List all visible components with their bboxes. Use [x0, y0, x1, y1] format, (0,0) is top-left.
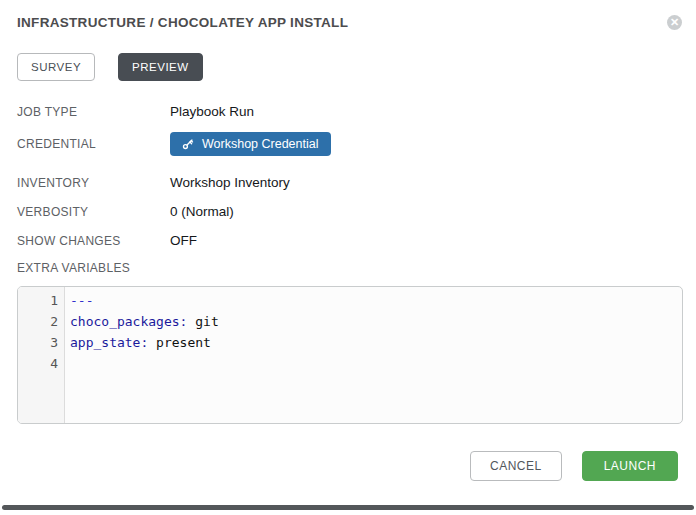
show-changes-label: SHOW CHANGES [17, 234, 170, 248]
inventory-label: INVENTORY [17, 176, 170, 190]
yaml-key: choco_packages: [70, 314, 187, 329]
credential-label: CREDENTIAL [17, 137, 170, 151]
yaml-key: app_state: [70, 335, 148, 350]
verbosity-value: 0 (Normal) [170, 204, 234, 219]
editor-code-area[interactable]: --- choco_packages: git app_state: prese… [65, 287, 682, 423]
cancel-button[interactable]: CANCEL [470, 451, 562, 481]
detail-row-show-changes: SHOW CHANGES OFF [17, 232, 681, 249]
yaml-value: git [187, 314, 218, 329]
code-line-1: --- [70, 290, 682, 311]
detail-row-job-type: JOB TYPE Playbook Run [17, 103, 681, 120]
close-icon[interactable]: ✕ [667, 15, 682, 30]
credential-badge[interactable]: Workshop Credential [170, 132, 331, 156]
line-number: 3 [18, 332, 64, 353]
extra-variables-label: EXTRA VARIABLES [17, 261, 681, 278]
code-line-2: choco_packages: git [70, 311, 682, 332]
detail-row-verbosity: VERBOSITY 0 (Normal) [17, 203, 681, 220]
tab-preview[interactable]: PREVIEW [118, 53, 203, 81]
show-changes-value: OFF [170, 233, 197, 248]
job-type-value: Playbook Run [170, 104, 254, 119]
line-number: 4 [18, 353, 64, 374]
credential-badge-label: Workshop Credential [202, 137, 319, 151]
code-line-3: app_state: present [70, 332, 682, 353]
job-details: JOB TYPE Playbook Run CREDENTIAL Wor [17, 103, 681, 249]
dialog-header: INFRASTRUCTURE / CHOCOLATEY APP INSTALL … [17, 14, 681, 31]
dialog-footer: CANCEL LAUNCH [17, 451, 681, 481]
launch-button[interactable]: LAUNCH [582, 451, 678, 481]
job-type-label: JOB TYPE [17, 105, 170, 119]
yaml-value: present [148, 335, 211, 350]
dialog-title: INFRASTRUCTURE / CHOCOLATEY APP INSTALL [17, 14, 681, 31]
inventory-value: Workshop Inventory [170, 175, 290, 190]
code-line-4 [70, 353, 682, 374]
job-launch-preview-dialog: INFRASTRUCTURE / CHOCOLATEY APP INSTALL … [0, 0, 696, 515]
editor-gutter: 1 2 3 4 [18, 287, 65, 423]
line-number: 1 [18, 290, 64, 311]
key-icon [182, 138, 194, 150]
detail-row-credential: CREDENTIAL Workshop Credential [17, 132, 681, 156]
verbosity-label: VERBOSITY [17, 205, 170, 219]
detail-row-inventory: INVENTORY Workshop Inventory [17, 174, 681, 191]
tab-bar: SURVEY PREVIEW [17, 53, 681, 81]
tab-survey[interactable]: SURVEY [17, 53, 95, 81]
extra-variables-editor[interactable]: 1 2 3 4 --- choco_packages: git app_stat… [17, 286, 683, 424]
yaml-doc-start: --- [70, 293, 93, 308]
line-number: 2 [18, 311, 64, 332]
page-bottom-bar [2, 505, 694, 510]
